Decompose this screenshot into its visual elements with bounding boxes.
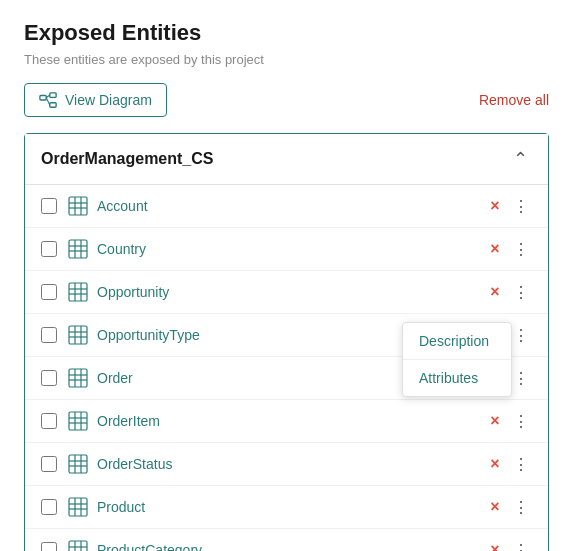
entity-name: Account xyxy=(97,198,484,214)
entity-checkbox[interactable] xyxy=(41,327,57,343)
page-subtitle: These entities are exposed by this proje… xyxy=(24,52,549,67)
svg-rect-5 xyxy=(69,197,87,215)
remove-entity-button[interactable]: × xyxy=(484,539,506,551)
entity-actions: ×⋮ xyxy=(484,238,532,260)
more-options-button[interactable]: ⋮ xyxy=(510,539,532,551)
entity-row: OrderStatus×⋮ xyxy=(25,443,548,486)
page-title: Exposed Entities xyxy=(24,20,549,46)
entity-actions: ×⋮ xyxy=(484,453,532,475)
svg-rect-15 xyxy=(69,283,87,301)
context-menu-item[interactable]: Description xyxy=(403,323,511,360)
more-options-button[interactable]: ⋮ xyxy=(510,496,532,518)
entity-checkbox[interactable] xyxy=(41,241,57,257)
more-options-button[interactable]: ⋮ xyxy=(510,281,532,303)
svg-rect-2 xyxy=(50,103,56,108)
entity-name: OrderItem xyxy=(97,413,484,429)
toolbar: View Diagram Remove all xyxy=(24,83,549,117)
diagram-icon xyxy=(39,91,57,109)
more-options-button[interactable]: ⋮ xyxy=(510,324,532,346)
remove-entity-button[interactable]: × xyxy=(484,453,506,475)
more-options-button[interactable]: ⋮ xyxy=(510,367,532,389)
remove-entity-button[interactable]: × xyxy=(484,238,506,260)
entity-checkbox[interactable] xyxy=(41,198,57,214)
svg-rect-20 xyxy=(69,326,87,344)
entity-row: Product×⋮ xyxy=(25,486,548,529)
entity-checkbox[interactable] xyxy=(41,499,57,515)
entity-actions: ×⋮ xyxy=(484,281,532,303)
remove-entity-button[interactable]: × xyxy=(484,281,506,303)
svg-line-4 xyxy=(46,98,50,105)
entity-checkbox[interactable] xyxy=(41,413,57,429)
remove-entity-button[interactable]: × xyxy=(484,195,506,217)
svg-rect-1 xyxy=(50,93,56,98)
entity-row: Account×⋮ xyxy=(25,185,548,228)
svg-rect-30 xyxy=(69,412,87,430)
svg-rect-25 xyxy=(69,369,87,387)
view-diagram-button[interactable]: View Diagram xyxy=(24,83,167,117)
entity-row: OpportunityType⋮DescriptionAttributes xyxy=(25,314,548,357)
more-options-button[interactable]: ⋮ xyxy=(510,238,532,260)
context-menu-item[interactable]: Attributes xyxy=(403,360,511,396)
svg-rect-40 xyxy=(69,498,87,516)
entity-name: Country xyxy=(97,241,484,257)
svg-rect-0 xyxy=(40,96,46,101)
entity-name: ProductCategory xyxy=(97,542,484,551)
view-diagram-label: View Diagram xyxy=(65,92,152,108)
entity-panel-header: OrderManagement_CS ⌃ xyxy=(25,134,548,185)
more-options-button[interactable]: ⋮ xyxy=(510,195,532,217)
table-grid-icon xyxy=(67,324,89,346)
table-grid-icon xyxy=(67,453,89,475)
entity-name: Product xyxy=(97,499,484,515)
entity-actions: ×⋮ xyxy=(484,496,532,518)
table-grid-icon xyxy=(67,367,89,389)
svg-rect-10 xyxy=(69,240,87,258)
entity-actions: ×⋮ xyxy=(484,195,532,217)
entity-row: Country×⋮ xyxy=(25,228,548,271)
remove-entity-button[interactable]: × xyxy=(484,496,506,518)
entity-row: Opportunity×⋮ xyxy=(25,271,548,314)
svg-rect-45 xyxy=(69,541,87,551)
table-grid-icon xyxy=(67,281,89,303)
entity-panel-title: OrderManagement_CS xyxy=(41,150,214,168)
entity-checkbox[interactable] xyxy=(41,542,57,551)
entity-panel: OrderManagement_CS ⌃ Account×⋮Country×⋮O… xyxy=(24,133,549,551)
entity-actions: ×⋮ xyxy=(484,410,532,432)
page-container: Exposed Entities These entities are expo… xyxy=(0,0,573,551)
collapse-button[interactable]: ⌃ xyxy=(509,148,532,170)
entity-list: Account×⋮Country×⋮Opportunity×⋮Opportuni… xyxy=(25,185,548,551)
remove-entity-button[interactable]: × xyxy=(484,410,506,432)
entity-checkbox[interactable] xyxy=(41,456,57,472)
svg-rect-35 xyxy=(69,455,87,473)
table-grid-icon xyxy=(67,410,89,432)
entity-actions: ⋮ xyxy=(510,324,532,346)
more-options-button[interactable]: ⋮ xyxy=(510,410,532,432)
entity-name: OrderStatus xyxy=(97,456,484,472)
context-menu: DescriptionAttributes xyxy=(402,322,512,397)
entity-name: Opportunity xyxy=(97,284,484,300)
entity-row: ProductCategory×⋮ xyxy=(25,529,548,551)
table-grid-icon xyxy=(67,238,89,260)
entity-checkbox[interactable] xyxy=(41,284,57,300)
more-options-button[interactable]: ⋮ xyxy=(510,453,532,475)
entity-actions: ×⋮ xyxy=(484,539,532,551)
remove-all-button[interactable]: Remove all xyxy=(479,92,549,108)
entity-checkbox[interactable] xyxy=(41,370,57,386)
table-grid-icon xyxy=(67,496,89,518)
entity-row: OrderItem×⋮ xyxy=(25,400,548,443)
table-grid-icon xyxy=(67,195,89,217)
table-grid-icon xyxy=(67,539,89,551)
